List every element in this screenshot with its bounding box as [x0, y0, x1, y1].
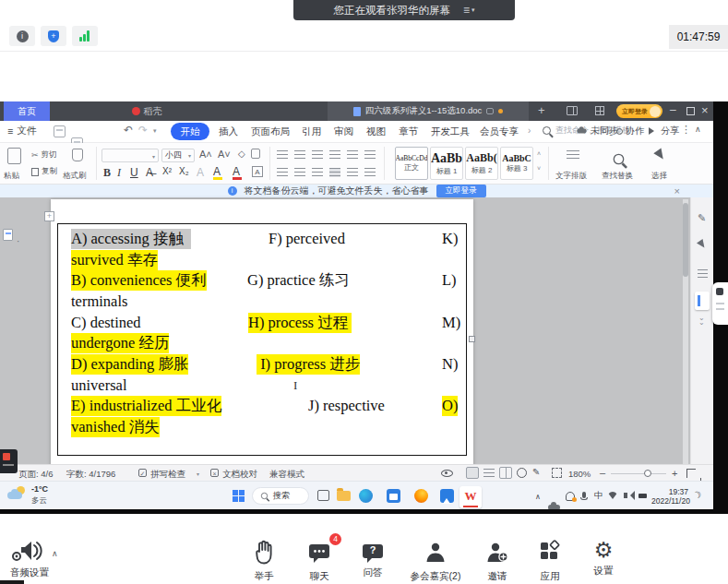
- firefox-icon[interactable]: [414, 489, 428, 503]
- apps-button[interactable]: 应用: [520, 539, 579, 583]
- select-cursor-icon[interactable]: [653, 149, 669, 166]
- font-name-select[interactable]: ▾: [101, 149, 159, 162]
- bullet-list-icon[interactable]: [277, 150, 288, 160]
- paste-label[interactable]: 粘贴: [4, 171, 19, 182]
- doc-scrollbar[interactable]: [683, 199, 688, 464]
- speaker-icon[interactable]: [624, 493, 627, 498]
- meeting-security-button[interactable]: +: [41, 26, 66, 46]
- wps-login-button[interactable]: 立即登录: [616, 104, 662, 118]
- undo-icon[interactable]: ↶: [124, 124, 133, 137]
- wps-restore-button[interactable]: [686, 107, 695, 115]
- table-resize-handle[interactable]: [469, 336, 475, 342]
- chat-button[interactable]: 4 聊天: [290, 539, 349, 583]
- collaborate-button[interactable]: 协作: [616, 125, 644, 137]
- sort-icon[interactable]: [364, 150, 376, 160]
- share-button[interactable]: 分享: [649, 125, 679, 137]
- zoom-level[interactable]: 180%: [568, 469, 591, 479]
- split-view-icon[interactable]: [567, 106, 578, 115]
- highlight-color-button[interactable]: A: [213, 165, 221, 178]
- ribbon-tab-layout[interactable]: 页面布局: [251, 125, 290, 138]
- taskbar-clock[interactable]: 19:37 2022/11/20: [651, 487, 688, 506]
- table-move-handle[interactable]: +: [44, 211, 54, 221]
- spellcheck-icon[interactable]: ✓: [138, 469, 147, 477]
- wps-doc-tab[interactable]: 四六级系列讲义1--15选10.doc: [328, 101, 529, 121]
- audio-expand-icon[interactable]: ∧: [52, 549, 58, 558]
- grow-font-icon[interactable]: A˄: [199, 149, 212, 160]
- font-size-select[interactable]: 小四 ▾: [161, 149, 195, 162]
- audio-settings-label[interactable]: 音频设置: [0, 566, 59, 579]
- tray-expand-icon[interactable]: ∧: [535, 493, 541, 501]
- task-view-icon[interactable]: [317, 490, 329, 501]
- ime-indicator[interactable]: 中: [594, 490, 603, 502]
- justify-icon[interactable]: [329, 168, 340, 177]
- start-button[interactable]: [233, 490, 245, 502]
- enclose-char-button[interactable]: A: [252, 166, 263, 177]
- style-normal[interactable]: AaBbCcDd 正文: [395, 147, 428, 180]
- doc-scrollbar-thumb[interactable]: [683, 203, 688, 277]
- align-left-icon[interactable]: [277, 168, 288, 177]
- clear-format-icon[interactable]: ◇: [238, 149, 245, 159]
- wps-taskbar-icon[interactable]: W: [459, 486, 482, 508]
- tab-overflow-icon[interactable]: ›: [528, 125, 531, 136]
- headset-icon[interactable]: [566, 492, 575, 501]
- paste-icon[interactable]: [7, 148, 21, 164]
- audio-settings-button[interactable]: [9, 540, 50, 566]
- weather-widget-icon[interactable]: [7, 486, 28, 505]
- redo-icon[interactable]: ↷: [138, 124, 148, 137]
- find-replace-label[interactable]: 查找替换: [602, 171, 633, 182]
- view-twopage-icon[interactable]: [499, 467, 512, 479]
- collapse-strip-icon[interactable]: ⌄⌄: [698, 316, 705, 325]
- ribbon-tab-insert[interactable]: 插入: [219, 125, 238, 138]
- edit-pen-icon[interactable]: ✎: [698, 212, 706, 224]
- wps-tab-home[interactable]: 首页: [4, 101, 50, 121]
- banner-close-icon[interactable]: ×: [674, 185, 680, 197]
- proofread-icon[interactable]: ×: [210, 469, 219, 477]
- ribbon-tab-devtools[interactable]: 开发工具: [431, 125, 470, 138]
- style-heading3[interactable]: AaBbC 标题 3: [500, 147, 533, 180]
- qa-button[interactable]: ? 问答: [343, 539, 402, 579]
- ribbon-tab-section[interactable]: 章节: [399, 125, 418, 138]
- raise-hand-button[interactable]: 举手: [234, 539, 293, 583]
- increase-indent-icon[interactable]: [347, 150, 358, 160]
- taskbar-search[interactable]: 搜索: [252, 487, 309, 505]
- align-right-icon[interactable]: [312, 168, 323, 177]
- attendees-button[interactable]: 参会嘉宾(2): [403, 539, 468, 583]
- text-layout-label[interactable]: 文字排版: [555, 171, 587, 182]
- shading-icon[interactable]: [364, 168, 376, 177]
- cut-button[interactable]: ✂ 剪切: [31, 149, 57, 161]
- underline-button[interactable]: U: [130, 166, 138, 179]
- subscript-button[interactable]: X₂: [179, 166, 189, 176]
- vocab-table[interactable]: A) accessing 接触 F) perceivedK) survived …: [57, 223, 467, 456]
- wifi-icon[interactable]: [607, 492, 618, 505]
- collapsed-side-panel[interactable]: [712, 282, 728, 325]
- char-shading-button[interactable]: A: [197, 166, 204, 179]
- wps-tab-docer[interactable]: 稻壳: [118, 101, 175, 121]
- zoom-slider-knob[interactable]: [644, 470, 651, 477]
- night-mode-icon[interactable]: ☽: [691, 489, 703, 502]
- styles-down-icon[interactable]: ˅: [537, 165, 541, 172]
- proofread-label[interactable]: 文档校对: [222, 469, 257, 481]
- microphone-icon[interactable]: [582, 492, 586, 498]
- bold-button[interactable]: B: [103, 166, 111, 180]
- format-painter-label[interactable]: 格式刷: [63, 171, 87, 182]
- decrease-indent-icon[interactable]: [329, 150, 340, 160]
- style-heading1[interactable]: AaBb 标题 1: [430, 147, 463, 180]
- select-tool-icon[interactable]: [697, 239, 710, 253]
- align-center-icon[interactable]: [294, 168, 305, 177]
- style-heading2[interactable]: AaBb( 标题 2: [465, 147, 498, 180]
- new-tab-button[interactable]: +: [538, 103, 545, 117]
- collapse-ribbon-icon[interactable]: ∧: [695, 125, 701, 134]
- screen-menu-icon[interactable]: ≡ ▾: [463, 4, 475, 17]
- wps-close-button[interactable]: ×: [701, 103, 709, 117]
- weather-temp[interactable]: -1°C: [31, 484, 48, 494]
- zoom-slider-track[interactable]: [611, 473, 666, 474]
- file-explorer-icon[interactable]: [337, 491, 351, 501]
- font-color-button[interactable]: A: [233, 165, 240, 178]
- multilevel-list-icon[interactable]: [312, 150, 323, 160]
- invite-button[interactable]: 邀请: [468, 539, 527, 583]
- comment-mark-icon[interactable]: [3, 229, 13, 241]
- spellcheck-label[interactable]: 拼写检查: [150, 469, 185, 481]
- format-painter-icon[interactable]: [72, 149, 83, 161]
- weather-desc[interactable]: 多云: [31, 495, 47, 507]
- find-replace-icon[interactable]: [614, 154, 625, 165]
